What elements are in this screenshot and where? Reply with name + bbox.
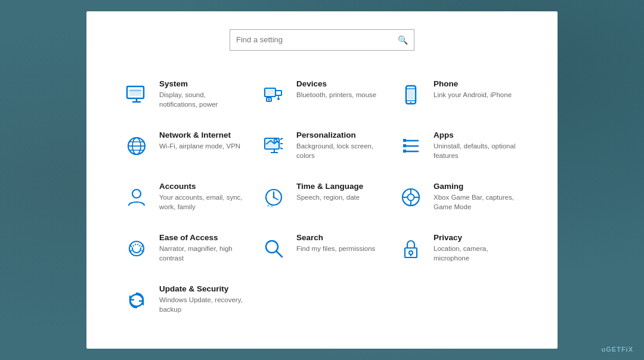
svg-text:文: 文	[270, 203, 274, 207]
settings-item-personalization[interactable]: Personalization Background, lock screen,…	[253, 120, 391, 171]
gaming-title: Gaming	[434, 182, 519, 191]
search-bar: 🔍	[230, 29, 414, 51]
time-title: Time & Language	[296, 182, 363, 191]
update-desc: Windows Update, recovery, backup	[159, 295, 244, 314]
settings-panel: 🔍 System Display, sound, notifications, …	[86, 11, 558, 349]
privacy-title: Privacy	[434, 233, 519, 242]
devices-desc: Bluetooth, printers, mouse	[296, 90, 376, 100]
apps-desc: Uninstall, defaults, optional features	[434, 141, 519, 160]
devices-icon	[259, 80, 288, 109]
update-text: Update & Security Windows Update, recove…	[159, 284, 244, 314]
settings-item-time[interactable]: A 文 Time & Language Speech, region, date	[253, 171, 391, 222]
settings-item-update[interactable]: Update & Security Windows Update, recove…	[116, 274, 253, 325]
apps-title: Apps	[434, 131, 519, 139]
devices-title: Devices	[296, 79, 376, 88]
accounts-text: Accounts Your accounts, email, sync, wor…	[159, 182, 244, 212]
settings-item-privacy[interactable]: Privacy Location, camera, microphone	[391, 222, 528, 274]
phone-desc: Link your Android, iPhone	[434, 90, 512, 100]
watermark: uGETFiX	[602, 346, 633, 353]
settings-item-ease[interactable]: Ease of Access Narrator, magnifier, high…	[116, 222, 253, 274]
devices-text: Devices Bluetooth, printers, mouse	[296, 79, 376, 100]
svg-point-50	[129, 241, 144, 256]
ease-icon	[122, 234, 151, 263]
search-input[interactable]	[236, 35, 398, 44]
search-desc: Find my files, permissions	[296, 244, 375, 253]
svg-rect-6	[266, 89, 274, 95]
svg-point-9	[268, 98, 270, 100]
settings-item-search[interactable]: Search Find my files, permissions	[253, 222, 391, 274]
apps-icon	[397, 132, 425, 160]
privacy-icon	[397, 234, 425, 263]
privacy-desc: Location, camera, microphone	[434, 244, 519, 263]
svg-rect-34	[403, 139, 406, 142]
svg-rect-24	[266, 139, 278, 148]
gaming-text: Gaming Xbox Game Bar, captures, Game Mod…	[434, 182, 519, 212]
ease-text: Ease of Access Narrator, magnifier, high…	[159, 233, 244, 263]
settings-grid: System Display, sound, notifications, po…	[116, 69, 528, 325]
network-title: Network & Internet	[159, 131, 240, 139]
svg-point-12	[277, 98, 280, 100]
settings-item-apps[interactable]: Apps Uninstall, defaults, optional featu…	[391, 120, 528, 171]
network-icon	[122, 132, 151, 160]
accounts-desc: Your accounts, email, sync, work, family	[159, 193, 244, 212]
network-text: Network & Internet Wi-Fi, airplane mode,…	[159, 131, 240, 151]
system-text: System Display, sound, notifications, po…	[159, 79, 244, 109]
search-title: Search	[296, 233, 375, 242]
svg-point-37	[132, 190, 141, 198]
accounts-title: Accounts	[159, 182, 244, 191]
system-title: System	[159, 79, 244, 88]
accounts-icon	[122, 183, 151, 212]
apps-text: Apps Uninstall, defaults, optional featu…	[434, 131, 519, 160]
personalization-desc: Background, lock screen, colors	[296, 141, 382, 160]
personalization-title: Personalization	[296, 131, 382, 139]
search-icon: 🔍	[398, 35, 408, 45]
update-title: Update & Security	[159, 284, 244, 293]
svg-line-52	[277, 252, 283, 257]
personalization-icon	[259, 132, 288, 160]
svg-rect-36	[403, 150, 406, 153]
gaming-icon	[397, 183, 425, 212]
settings-item-phone[interactable]: Phone Link your Android, iPhone	[391, 69, 528, 120]
svg-rect-35	[403, 144, 406, 147]
ease-desc: Narrator, magnifier, high contrast	[159, 244, 244, 263]
settings-item-devices[interactable]: Devices Bluetooth, printers, mouse	[253, 69, 391, 120]
settings-item-accounts[interactable]: Accounts Your accounts, email, sync, wor…	[116, 171, 253, 222]
svg-rect-17	[408, 90, 414, 100]
update-icon	[122, 285, 151, 314]
svg-rect-3	[129, 89, 141, 96]
network-desc: Wi-Fi, airplane mode, VPN	[159, 141, 240, 151]
system-icon	[122, 80, 151, 109]
system-desc: Display, sound, notifications, power	[159, 90, 244, 109]
privacy-text: Privacy Location, camera, microphone	[434, 233, 519, 263]
svg-line-30	[280, 148, 283, 149]
gaming-desc: Xbox Game Bar, captures, Game Mode	[434, 193, 519, 212]
svg-text:A: A	[267, 204, 270, 207]
svg-point-41	[273, 196, 275, 198]
phone-icon	[397, 80, 425, 109]
svg-point-16	[410, 101, 411, 103]
ease-title: Ease of Access	[159, 233, 244, 242]
svg-line-28	[280, 138, 283, 139]
time-icon: A 文	[259, 183, 288, 212]
svg-rect-7	[275, 91, 281, 95]
search-text: Search Find my files, permissions	[296, 233, 375, 253]
settings-item-network[interactable]: Network & Internet Wi-Fi, airplane mode,…	[116, 120, 253, 171]
svg-point-54	[409, 251, 413, 255]
settings-item-gaming[interactable]: Gaming Xbox Game Bar, captures, Game Mod…	[391, 171, 528, 222]
phone-text: Phone Link your Android, iPhone	[434, 79, 512, 100]
svg-point-45	[408, 194, 414, 200]
phone-title: Phone	[434, 79, 512, 88]
search-settings-icon	[259, 234, 288, 263]
personalization-text: Personalization Background, lock screen,…	[296, 131, 382, 160]
time-text: Time & Language Speech, region, date	[296, 182, 363, 202]
time-desc: Speech, region, date	[296, 193, 363, 202]
search-bar-container: 🔍	[116, 29, 528, 51]
settings-item-system[interactable]: System Display, sound, notifications, po…	[116, 69, 253, 120]
